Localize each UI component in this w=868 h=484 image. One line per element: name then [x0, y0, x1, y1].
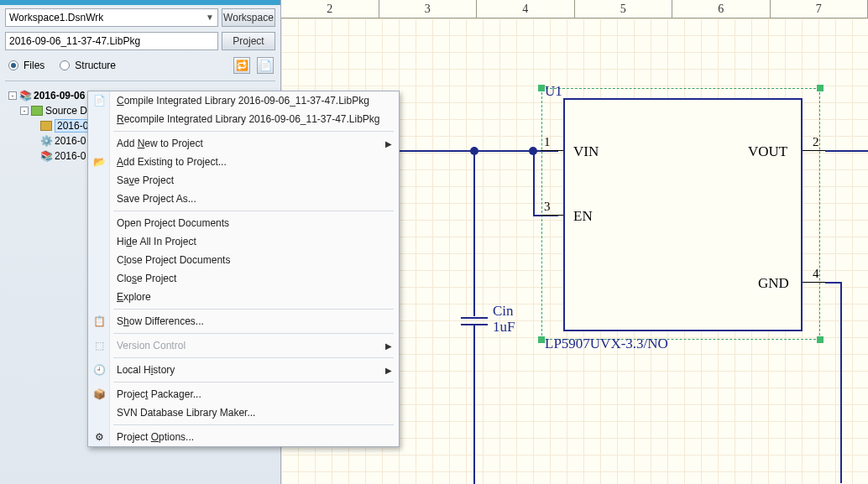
- cap-value: 1uF: [493, 319, 515, 336]
- pin-name: EN: [573, 208, 593, 225]
- pin-num: 2: [813, 135, 819, 149]
- project-button[interactable]: Project: [222, 32, 275, 50]
- menu-item[interactable]: Recompile Integrated Library 2016-09-06_…: [88, 110, 399, 128]
- menu-item-label: Project Options...: [117, 431, 194, 443]
- refresh-icon[interactable]: 🔁: [233, 57, 250, 74]
- menu-item-icon: 📄: [92, 94, 106, 107]
- menu-item-icon: ⚙: [92, 430, 106, 444]
- menu-item[interactable]: ⚙Project Options...: [88, 428, 399, 446]
- workspace-select[interactable]: Workspace1.DsnWrk ▼: [5, 8, 218, 27]
- menu-item-icon: 📂: [92, 155, 106, 169]
- component-body[interactable]: [563, 98, 803, 331]
- pin: [541, 215, 563, 216]
- options-icon[interactable]: 📄: [257, 57, 274, 74]
- folder-icon: [31, 106, 43, 116]
- ruler-segment: 3: [379, 0, 478, 18]
- divider: [5, 81, 275, 81]
- ruler-segment: 2: [281, 0, 379, 18]
- submenu-arrow-icon: ▶: [385, 341, 392, 351]
- menu-item-icon: 📦: [92, 388, 106, 401]
- ruler: 234567: [281, 0, 868, 18]
- menu-item-label: Local History: [117, 364, 175, 376]
- menu-item-label: Version Control: [117, 340, 186, 351]
- menu-item[interactable]: Save Project: [88, 171, 399, 190]
- menu-item-label: Add New to Project: [117, 138, 203, 149]
- selection-handle[interactable]: [817, 85, 824, 91]
- structure-radio[interactable]: [60, 60, 70, 70]
- structure-radio-label: Structure: [75, 60, 116, 71]
- pin: [803, 150, 825, 151]
- menu-item[interactable]: Add New to Project▶: [88, 134, 399, 153]
- pin: [541, 150, 563, 151]
- collapse-icon[interactable]: -: [8, 91, 17, 100]
- menu-separator: [113, 131, 394, 132]
- wire: [533, 150, 535, 216]
- folder-icon: [40, 121, 52, 131]
- menu-item-label: Hide All In Project: [117, 236, 196, 247]
- menu-separator: [113, 357, 394, 358]
- selection-handle[interactable]: [817, 336, 824, 343]
- submenu-arrow-icon: ▶: [385, 139, 392, 148]
- menu-item-icon: 🕘: [92, 363, 106, 377]
- cap-ref: Cin: [493, 303, 514, 320]
- wire: [825, 150, 868, 152]
- pin-name: GND: [758, 275, 789, 292]
- menu-item-label: Recompile Integrated Library 2016-09-06_…: [117, 113, 380, 125]
- project-context-menu: 📄Compile Integrated Library 2016-09-06_1…: [87, 91, 400, 447]
- menu-item[interactable]: 🕘Local History▶: [88, 361, 399, 379]
- workspace-button[interactable]: Workspace: [222, 8, 275, 27]
- menu-item-label: Open Project Documents: [117, 217, 229, 229]
- wire: [473, 325, 475, 484]
- menu-item-label: Close Project Documents: [117, 254, 230, 266]
- menu-item-label: Add Existing to Project...: [117, 156, 227, 168]
- files-radio[interactable]: [8, 60, 18, 70]
- project-field[interactable]: 2016-09-06_11-37-47.LibPkg: [5, 32, 218, 50]
- ruler-segment: 7: [771, 0, 869, 18]
- menu-item: ⬚Version Control▶: [88, 336, 399, 355]
- menu-item-label: SVN Database Library Maker...: [117, 407, 255, 419]
- collapse-icon[interactable]: -: [20, 107, 29, 115]
- wire: [825, 282, 842, 284]
- menu-item-label: Explore: [117, 291, 151, 303]
- capacitor-plate: [461, 317, 488, 319]
- gear-icon: ⚙️: [40, 135, 52, 147]
- menu-item-label: Show Differences...: [117, 315, 204, 327]
- selection-handle[interactable]: [538, 85, 545, 91]
- menu-item[interactable]: SVN Database Library Maker...: [88, 403, 399, 422]
- menu-item[interactable]: Close Project: [88, 269, 399, 288]
- menu-item[interactable]: Save Project As...: [88, 190, 399, 208]
- menu-item-label: Save Project As...: [117, 193, 196, 205]
- menu-separator: [113, 333, 394, 334]
- package-icon: 📚: [19, 90, 31, 101]
- menu-separator: [113, 424, 394, 425]
- menu-item-label: Compile Integrated Library 2016-09-06_11…: [117, 95, 369, 107]
- part-number: LP5907UVX-3.3/NO: [545, 336, 668, 352]
- pin-num: 4: [813, 267, 819, 281]
- menu-item[interactable]: 📄Compile Integrated Library 2016-09-06_1…: [88, 91, 399, 110]
- ruler-segment: 6: [672, 0, 771, 18]
- workspace-value: Workspace1.DsnWrk: [9, 12, 103, 23]
- menu-item[interactable]: Close Project Documents: [88, 251, 399, 269]
- ruler-segment: 4: [477, 0, 575, 18]
- menu-item-label: Save Project: [117, 174, 174, 186]
- menu-item-label: Close Project: [117, 273, 176, 284]
- submenu-arrow-icon: ▶: [385, 366, 392, 375]
- pin-num: 3: [544, 200, 551, 214]
- designator: U1: [545, 83, 562, 100]
- menu-item[interactable]: Hide All In Project: [88, 232, 399, 251]
- menu-item[interactable]: Open Project Documents: [88, 214, 399, 232]
- menu-item[interactable]: Explore: [88, 288, 399, 306]
- menu-separator: [113, 211, 394, 211]
- menu-item-icon: 📋: [92, 315, 106, 328]
- menu-item[interactable]: 📋Show Differences...: [88, 312, 399, 330]
- pin-name: VOUT: [748, 143, 787, 160]
- selection-handle[interactable]: [538, 336, 545, 343]
- ruler-segment: 5: [575, 0, 673, 18]
- files-radio-label: Files: [24, 60, 44, 71]
- menu-item[interactable]: 📦Project Packager...: [88, 385, 399, 403]
- menu-item-label: Project Packager...: [117, 388, 201, 400]
- pin-name: VIN: [573, 143, 599, 160]
- menu-item[interactable]: 📂Add Existing to Project...: [88, 153, 399, 171]
- wire: [473, 150, 475, 316]
- wire: [840, 282, 842, 483]
